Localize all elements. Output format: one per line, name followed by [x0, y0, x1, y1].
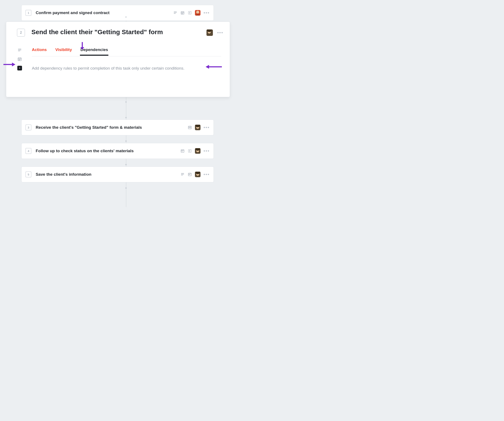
calendar-icon[interactable] — [17, 57, 22, 61]
svg-point-7 — [182, 13, 182, 13]
annotation-arrow-down — [80, 42, 85, 50]
step-number: 4 — [28, 149, 29, 153]
rules-icon-active[interactable] — [17, 66, 22, 70]
svg-point-10 — [182, 14, 182, 14]
step-number-box: 5 — [25, 171, 31, 177]
step-number-box: 4 — [25, 148, 31, 154]
step-number-box: 3 — [25, 124, 31, 130]
add-step-plus[interactable]: + — [125, 139, 127, 143]
add-step-plus[interactable]: + — [125, 15, 127, 19]
add-step-plus[interactable]: + — [125, 163, 127, 166]
assignee-avatar[interactable] — [195, 172, 200, 177]
svg-point-24 — [19, 60, 20, 60]
more-menu[interactable]: ••• — [204, 126, 210, 129]
annotation-arrow-right — [3, 62, 15, 67]
svg-point-11 — [182, 14, 183, 14]
description-icon[interactable] — [173, 11, 177, 15]
svg-marker-51 — [12, 63, 15, 66]
calendar-icon[interactable] — [180, 149, 185, 153]
description-icon[interactable] — [17, 48, 22, 53]
description-icon[interactable] — [180, 172, 185, 176]
step-number-box: 1 — [25, 10, 31, 16]
tab-actions[interactable]: Actions — [32, 47, 47, 56]
assignee-avatar[interactable] — [206, 29, 213, 36]
task-title: Send the client their "Getting Started" … — [31, 28, 200, 36]
more-menu[interactable]: ••• — [204, 173, 210, 175]
more-menu[interactable]: ••• — [204, 150, 210, 152]
add-step-plus[interactable]: + — [125, 186, 127, 190]
svg-marker-53 — [206, 65, 209, 69]
svg-point-23 — [19, 60, 19, 60]
task-card[interactable]: 3 Receive the client's "Getting Started"… — [21, 120, 214, 135]
rules-icon[interactable] — [188, 149, 192, 153]
svg-point-8 — [182, 13, 183, 13]
step-number-box: 2 — [17, 29, 25, 37]
task-title: Receive the client's "Getting Started" f… — [36, 125, 188, 130]
step-number: 1 — [28, 11, 29, 15]
task-title: Follow up to check status on the clients… — [36, 149, 180, 153]
task-card[interactable]: 1 Confirm payment and signed contract ••… — [21, 5, 214, 21]
svg-marker-49 — [80, 47, 84, 50]
rules-icon[interactable] — [188, 11, 192, 15]
assignee-avatar[interactable] — [195, 148, 200, 154]
add-step-plus[interactable]: + — [125, 116, 127, 119]
assignee-avatar[interactable] — [195, 125, 200, 130]
more-menu[interactable]: ••• — [217, 32, 223, 34]
assignee-avatar[interactable] — [195, 10, 200, 16]
task-title: Confirm payment and signed contract — [36, 11, 173, 15]
task-card-expanded: 2 Send the client their "Getting Started… — [6, 22, 230, 97]
calendar-icon[interactable] — [188, 125, 192, 130]
calendar-icon[interactable] — [188, 172, 192, 176]
svg-point-9 — [183, 13, 183, 13]
task-card[interactable]: 5 Save the client's information ••• — [21, 167, 214, 182]
step-number: 3 — [28, 126, 29, 129]
svg-point-20 — [19, 59, 19, 59]
task-card[interactable]: 4 Follow up to check status on the clien… — [21, 143, 214, 159]
step-number: 2 — [20, 31, 22, 35]
tab-visibility[interactable]: Visibility — [55, 47, 72, 56]
task-tabs: Actions Visibility Dependencies — [32, 47, 221, 56]
more-menu[interactable]: ••• — [204, 12, 210, 14]
svg-point-21 — [19, 59, 20, 59]
add-step-plus[interactable]: + — [125, 100, 127, 104]
step-number: 5 — [28, 173, 29, 176]
task-title: Save the client's information — [36, 172, 180, 177]
dependencies-description: Add dependency rules to permit completio… — [32, 65, 221, 71]
annotation-arrow-left — [205, 65, 222, 69]
calendar-icon[interactable] — [180, 11, 185, 15]
